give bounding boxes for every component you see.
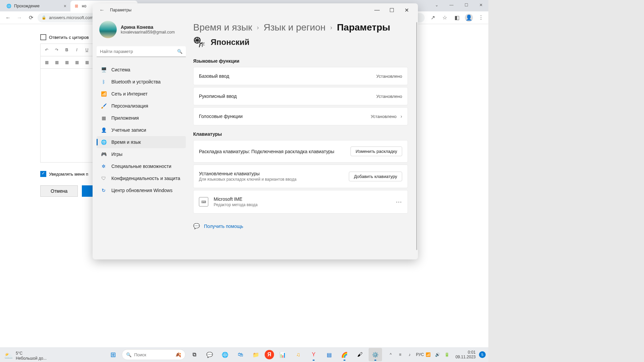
star-icon[interactable]: ☆	[441, 14, 449, 22]
maximize-icon[interactable]: ☐	[459, 0, 474, 10]
language-indicator[interactable]: РУС	[416, 352, 422, 357]
sidebar-item[interactable]: 📶Сеть и Интернет	[97, 88, 186, 100]
search-box[interactable]: 🔍	[97, 46, 186, 57]
date-text: 09.11.2023	[455, 355, 476, 359]
sidebar-item[interactable]: ▦Приложения	[97, 112, 186, 124]
table-icon-2[interactable]: ▦	[53, 58, 61, 66]
sidebar-item[interactable]: 🛡Конфиденциальность и защита	[97, 172, 186, 184]
search-placeholder: Поиск	[134, 352, 146, 357]
sidebar-item[interactable]: 🎮Игры	[97, 148, 186, 160]
feature-label: Базовый ввод	[199, 73, 229, 79]
weather-widget[interactable]: 🌥️ 5°C Небольшой до...	[4, 351, 47, 361]
layout-text: Раскладка клавиатуры: Подключенная раскл…	[199, 149, 334, 154]
sidebar-item[interactable]: 🖥️Система	[97, 64, 186, 76]
task-view-icon[interactable]: ⧉	[187, 348, 201, 361]
system-tray: ^ ≡ ♪ РУС 📶 🔊 🔋 0:01 09.11.2023 5	[388, 347, 486, 362]
user-profile[interactable]: Арина Конева kovalevaarina859@gmail.com	[97, 19, 186, 44]
yandex-icon[interactable]: Я	[265, 350, 274, 359]
sidebar-item[interactable]: 🌐Время и язык	[97, 136, 186, 148]
yandex-browser-icon[interactable]: Y	[307, 348, 320, 361]
battery-icon[interactable]: 🔋	[444, 352, 450, 357]
close-icon[interactable]: ✕	[474, 0, 488, 10]
settings-icon[interactable]: ⚙️	[369, 348, 382, 361]
cancel-button[interactable]: Отмена	[40, 185, 78, 197]
back-button[interactable]: ←	[3, 13, 13, 22]
redo-icon[interactable]: ↷	[53, 46, 61, 54]
app-icon-1[interactable]: 📊	[276, 348, 289, 361]
feature-label: Рукописный ввод	[199, 94, 237, 99]
browser-tab-1[interactable]: 🌐 Прохождение ×	[3, 1, 70, 11]
table-icon-5[interactable]: ▦	[83, 58, 91, 66]
tray-icon-1[interactable]: ≡	[397, 352, 403, 357]
wifi-icon[interactable]: 📶	[425, 352, 431, 357]
sidebar-item[interactable]: ✲Специальные возможности	[97, 160, 186, 172]
table-icon-4[interactable]: ▦	[73, 58, 81, 66]
back-button[interactable]: ←	[97, 5, 107, 15]
sidepanel-icon[interactable]: ◧	[453, 14, 461, 22]
add-keyboard-button[interactable]: Добавить клавиатуру	[349, 172, 402, 181]
ime-row[interactable]: ⌨ Microsoft IME Редактор метода ввода ⋯	[193, 190, 408, 214]
close-icon[interactable]: ×	[64, 3, 66, 9]
nav-label: Специальные возможности	[111, 164, 171, 169]
share-icon[interactable]: ↗	[429, 14, 437, 22]
tray-icon-2[interactable]: ♪	[407, 352, 413, 357]
explorer-icon[interactable]: 📁	[249, 348, 263, 361]
bold-button[interactable]: B	[63, 46, 71, 54]
sidebar-item[interactable]: ↻Центр обновления Windows	[97, 184, 186, 196]
table-icon-3[interactable]: ▦	[63, 58, 71, 66]
minimize-icon[interactable]: —	[444, 0, 459, 10]
nav-label: Центр обновления Windows	[111, 188, 172, 193]
sidebar-item[interactable]: 👤Учетные записи	[97, 124, 186, 136]
ime-sub: Редактор метода ввода	[214, 202, 258, 207]
store-icon[interactable]: 🛍	[234, 348, 247, 361]
more-options-icon[interactable]: ⋯	[396, 198, 402, 205]
notify-checkbox[interactable]	[40, 171, 46, 177]
feature-row[interactable]: Голосовые функцииУстановлено›	[193, 107, 408, 125]
clock[interactable]: 0:01 09.11.2023	[455, 350, 476, 360]
underline-button[interactable]: U	[83, 46, 91, 54]
reload-button[interactable]: ⟳	[26, 13, 36, 22]
menu-icon[interactable]: ⋮	[477, 14, 485, 22]
breadcrumb-time-language[interactable]: Время и язык	[193, 22, 252, 33]
start-button[interactable]: ⊞	[106, 348, 120, 361]
nav-label: Система	[111, 67, 130, 72]
app-icon-2[interactable]: ♫	[291, 348, 305, 361]
reply-quote-checkbox[interactable]	[40, 34, 46, 40]
minimize-icon[interactable]: —	[370, 5, 384, 15]
installed-kbds-sub: Для языковых раскладок ключей и варианто…	[199, 177, 297, 182]
italic-button[interactable]: I	[73, 46, 81, 54]
close-icon[interactable]: ✕	[399, 5, 414, 15]
change-layout-button[interactable]: Изменить раскладку	[351, 146, 402, 156]
app-icon-3[interactable]: ▤	[322, 348, 336, 361]
language-header: 字 Японский	[193, 36, 408, 48]
search-decoration-icon: 🍂	[175, 352, 181, 357]
app-icon-4[interactable]: 🖌	[353, 348, 367, 361]
get-help-link[interactable]: 💬 Получить помощь	[193, 223, 408, 229]
volume-icon[interactable]: 🔊	[435, 352, 441, 357]
notification-badge[interactable]: 5	[479, 351, 486, 358]
profile-icon[interactable]: 👤	[465, 14, 473, 22]
sidebar-item[interactable]: 🖌️Персонализация	[97, 100, 186, 112]
scrollbar[interactable]	[416, 22, 417, 250]
language-icon: 字	[193, 36, 205, 48]
undo-icon[interactable]: ↶	[43, 46, 51, 54]
forward-button[interactable]: →	[15, 13, 24, 22]
taskbar-search[interactable]: 🔍 Поиск 🍂	[122, 349, 185, 360]
feature-label: Голосовые функции	[199, 114, 243, 119]
ime-name: Microsoft IME	[214, 196, 258, 202]
sidebar-item[interactable]: ᛒBluetooth и устройства	[97, 76, 186, 88]
breadcrumb: Время и язык › Язык и регион › Параметры	[193, 22, 408, 33]
nav-label: Игры	[111, 152, 122, 157]
table-icon[interactable]: ▦	[43, 58, 51, 66]
chat-icon[interactable]: 💬	[203, 348, 216, 361]
maximize-icon[interactable]: ☐	[384, 5, 399, 15]
help-link-label: Получить помощь	[204, 224, 243, 229]
chevron-up-icon[interactable]: ^	[388, 352, 394, 357]
chevron-down-icon[interactable]: ⌄	[429, 0, 444, 10]
edge-icon[interactable]: 🌐	[218, 348, 232, 361]
search-input[interactable]	[100, 49, 177, 54]
weather-icon: 🌥️	[4, 352, 13, 360]
chrome-icon[interactable]: 🌈	[338, 348, 351, 361]
help-icon: 💬	[193, 223, 200, 229]
breadcrumb-language-region[interactable]: Язык и регион	[264, 22, 326, 33]
